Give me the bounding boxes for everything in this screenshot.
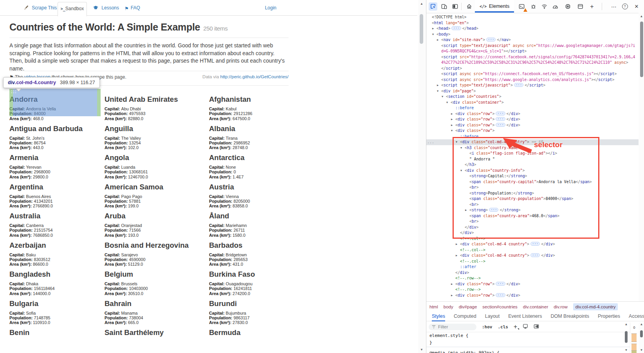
breadcrumb-item[interactable]: div.row bbox=[554, 304, 568, 309]
ellipsis-expand-icon[interactable]: ··· bbox=[451, 26, 461, 30]
expand-icon[interactable]: ▶ bbox=[456, 253, 457, 259]
performance-icon[interactable] bbox=[551, 2, 559, 11]
scroll-up-icon[interactable]: ▲ bbox=[624, 322, 629, 326]
tree-line[interactable]: <!--.row--> bbox=[426, 287, 639, 293]
tree-line[interactable]: <!DOCTYPE html> bbox=[426, 14, 639, 20]
tree-line[interactable]: <script src="https://connect.facebook.ne… bbox=[426, 54, 639, 60]
scrollbar-thumb[interactable] bbox=[625, 331, 628, 343]
ellipsis-expand-icon[interactable]: ··· bbox=[496, 123, 505, 127]
application-icon[interactable] bbox=[576, 2, 584, 11]
tree-line[interactable]: <!--.col--> bbox=[426, 247, 639, 253]
tree-line[interactable]: ▼<div class="container"> bbox=[426, 100, 639, 106]
ellipsis-expand-icon[interactable]: ··· bbox=[496, 293, 505, 297]
debug-icon[interactable] bbox=[529, 2, 538, 11]
scroll-down-icon[interactable]: ▼ bbox=[624, 348, 629, 352]
element-style-rule[interactable]: element.style { bbox=[426, 332, 634, 339]
tree-line[interactable]: <script async src="https://www.google-an… bbox=[426, 77, 639, 83]
expand-icon[interactable]: ▶ bbox=[451, 122, 453, 128]
ellipsis-expand-icon[interactable]: ··· bbox=[530, 253, 540, 257]
more-options-icon[interactable]: ⋯ bbox=[610, 2, 618, 11]
inspect-element-icon[interactable] bbox=[429, 2, 437, 11]
breadcrumb-item[interactable]: div#page bbox=[459, 304, 477, 309]
collapse-icon[interactable]: ▼ bbox=[432, 32, 434, 38]
tree-line[interactable]: ▶<script type="text/javascript">···</scr… bbox=[426, 83, 639, 88]
home-icon[interactable] bbox=[465, 2, 473, 11]
expand-icon[interactable]: ▶ bbox=[432, 26, 434, 32]
tab-dom-breakpoints[interactable]: DOM Breakpoints bbox=[550, 312, 589, 320]
ellipsis-expand-icon[interactable]: ··· bbox=[530, 242, 540, 246]
breadcrumb-item[interactable]: div.col-md-4.country bbox=[573, 303, 618, 310]
ellipsis-expand-icon[interactable]: ··· bbox=[486, 38, 496, 41]
console-icon[interactable] bbox=[517, 2, 526, 11]
expand-icon[interactable]: ▶ bbox=[437, 37, 438, 43]
tree-line[interactable]: ▶<div class="col-md-4 country">···</div> bbox=[426, 253, 639, 259]
tree-line[interactable]: ▶<div class="row">···</div> bbox=[426, 111, 639, 117]
ellipsis-expand-icon[interactable]: ··· bbox=[496, 117, 505, 121]
ellipsis-expand-icon[interactable]: ··· bbox=[514, 83, 523, 87]
scrollbar-thumb[interactable] bbox=[640, 22, 643, 77]
tree-line[interactable]: ▶<div class="row">···</div> bbox=[426, 122, 639, 128]
tab-event-listeners[interactable]: Event Listeners bbox=[508, 312, 542, 320]
close-devtools-icon[interactable]: ✕ bbox=[632, 2, 641, 11]
tab-computed[interactable]: Computed bbox=[454, 312, 476, 320]
page-scrollbar[interactable]: ▲ ▼ bbox=[418, 0, 425, 353]
tab-layout[interactable]: Layout bbox=[485, 312, 500, 320]
memory-icon[interactable] bbox=[563, 2, 572, 11]
toggle-classes-button[interactable]: .cls bbox=[498, 324, 509, 330]
add-tab-icon[interactable]: + bbox=[588, 2, 596, 11]
styles-inner-scrollbar[interactable]: ▲ ▼ bbox=[624, 322, 629, 353]
dock-side-icon[interactable] bbox=[451, 2, 459, 11]
scroll-up-icon[interactable]: ▲ bbox=[639, 14, 644, 18]
tab-properties[interactable]: Properties bbox=[598, 312, 620, 320]
tree-line[interactable]: ::after bbox=[426, 264, 639, 270]
ellipsis-expand-icon[interactable]: ··· bbox=[496, 112, 505, 115]
dom-tree-scrollbar[interactable]: ▲ bbox=[639, 13, 644, 301]
tree-line[interactable]: <script type="text/javascript" async src… bbox=[426, 43, 639, 49]
ellipsis-expand-icon[interactable]: ··· bbox=[496, 282, 505, 286]
breadcrumb-item[interactable]: div.container bbox=[523, 304, 548, 309]
computed-sidebar-toggle-icon[interactable] bbox=[534, 324, 539, 330]
help-icon[interactable]: ? bbox=[621, 2, 629, 11]
toggle-hover-state-button[interactable]: :hov bbox=[482, 324, 492, 330]
styles-outer-scrollbar[interactable]: ▲ ▼ bbox=[639, 322, 644, 353]
tree-line[interactable]: <!--.col--> bbox=[426, 259, 639, 265]
tree-line[interactable]: </div> bbox=[426, 270, 639, 276]
scrollbar-thumb[interactable] bbox=[640, 330, 643, 337]
tree-line[interactable]: d=G-09N5RQCFG4&cx=c&_slc=1"></script> bbox=[426, 49, 639, 54]
expand-icon[interactable]: ▶ bbox=[451, 281, 453, 287]
tree-line[interactable]: ▼<div class="row"> bbox=[426, 128, 639, 134]
collapse-icon[interactable]: ▼ bbox=[451, 128, 453, 134]
scroll-up-icon[interactable]: ▲ bbox=[418, 2, 425, 5]
tree-line[interactable]: ▶<div class="row">···</div> bbox=[426, 281, 639, 287]
tree-line[interactable]: <script async src="https://connect.faceb… bbox=[426, 71, 639, 77]
tab-elements[interactable]: </> Elements bbox=[475, 0, 514, 13]
rendering-brush-icon[interactable] bbox=[523, 324, 528, 330]
tree-line[interactable]: <html lang="en"> bbox=[426, 20, 639, 26]
collapse-icon[interactable]: ▼ bbox=[446, 100, 448, 106]
tree-line[interactable]: ::before bbox=[426, 105, 639, 111]
breadcrumb-item[interactable]: section#countries bbox=[482, 304, 518, 309]
tree-line[interactable]: ▼<section id="countries"> bbox=[426, 94, 639, 100]
scrollbar-thumb[interactable] bbox=[420, 14, 423, 44]
expand-icon[interactable]: ▶ bbox=[451, 117, 453, 122]
expand-icon[interactable]: ▶ bbox=[437, 83, 438, 88]
tree-line[interactable]: 4%2C77%2C67%2C109%2C59%2C58%2C31%2C96%2C… bbox=[426, 60, 639, 66]
scroll-down-icon[interactable]: ▼ bbox=[418, 348, 425, 351]
collapse-icon[interactable]: ▼ bbox=[437, 88, 438, 94]
tree-gutter-more-icon[interactable]: ... bbox=[427, 139, 434, 145]
new-style-rule-button[interactable]: + bbox=[514, 323, 517, 330]
styles-filter-input[interactable]: Filter bbox=[429, 324, 476, 330]
tree-line[interactable]: ▶<nav id="site-nav">···</nav> bbox=[426, 37, 639, 43]
tree-line[interactable]: ▶<div class="row">···</div> bbox=[426, 117, 639, 122]
nav-tab-sandbox[interactable]: >_Sandbox bbox=[58, 2, 87, 16]
breadcrumb-item[interactable]: html bbox=[429, 304, 438, 309]
tree-line[interactable]: <!--.row--> bbox=[426, 276, 639, 281]
expand-icon[interactable]: ▶ bbox=[456, 241, 457, 247]
device-emulation-icon[interactable] bbox=[440, 2, 448, 11]
breadcrumb-item[interactable]: body bbox=[444, 304, 453, 309]
tab-styles[interactable]: Styles bbox=[432, 312, 445, 320]
tree-line[interactable]: ▶<div class="row">···</div> bbox=[426, 293, 639, 299]
tree-line[interactable]: ▶<div class="col-md-4 country">···</div> bbox=[426, 241, 639, 247]
tree-line[interactable]: ▼<div id="page"> bbox=[426, 88, 639, 94]
scroll-down-icon[interactable]: ▼ bbox=[639, 348, 644, 352]
